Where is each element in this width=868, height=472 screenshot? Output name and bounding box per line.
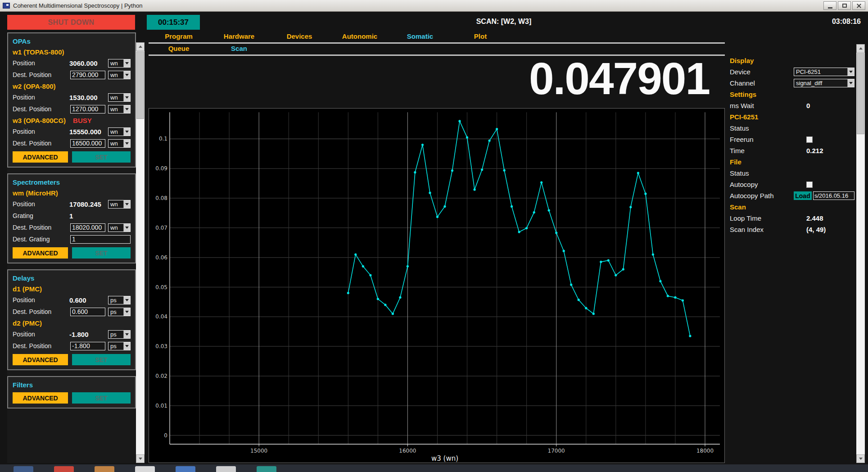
section-title: Filters [13,379,131,390]
units-select-value: wn [108,105,123,113]
tab-program[interactable]: Program [149,32,209,42]
close-button[interactable] [852,1,865,10]
units-select[interactable]: wn [108,93,131,102]
setting-row-scan-index: Scan Index(4, 49) [730,224,854,235]
setting-row-status: Status [730,168,854,179]
scroll-up-button[interactable] [856,44,865,53]
series-point [548,209,550,211]
units-select[interactable]: wn [108,105,131,113]
dest-position-input[interactable] [70,139,105,148]
set-button[interactable]: SET [72,354,131,365]
autocopy-checkbox[interactable] [806,182,813,188]
taskbar-icon-7[interactable] [257,466,276,472]
row-w2-opa-800-dest-position: Dest. Positionwn [13,103,131,115]
arrow-down-icon [859,458,863,460]
advanced-button[interactable]: ADVANCED [13,392,68,404]
units-select[interactable]: wn [108,59,131,68]
units-select[interactable]: wn [108,71,131,79]
scroll-up-button[interactable] [136,42,145,51]
chevron-down-icon [123,342,130,350]
setting-row-ms-wait: ms Wait0 [730,100,854,111]
minimize-button[interactable] [823,1,836,10]
row-label: Dest. Position [13,224,68,231]
tab-hardware[interactable]: Hardware [209,32,269,42]
subtab-queue[interactable]: Queue [149,45,209,54]
advanced-button[interactable]: ADVANCED [13,247,68,259]
device-header-w1-topas-800: w1 (TOPAS-800) [13,46,131,57]
device-select[interactable]: PCI-6251 [794,68,854,76]
units-select[interactable]: wn [108,139,131,148]
row-label: Dest. Position [13,105,68,113]
button-row: ADVANCEDSET [13,247,131,259]
row-value: 0.600 [69,296,105,304]
device-name: wm (MicroHR) [13,189,58,197]
setting-label: Status [730,169,794,177]
scrollbar-thumb[interactable] [857,53,864,134]
series-point [555,231,557,234]
units-select-value: wn [108,94,123,101]
set-button[interactable]: SET [72,392,131,404]
arrow-up-icon [139,45,142,48]
channel-select[interactable]: signal_diff [794,79,854,87]
scroll-down-button[interactable] [856,454,865,463]
tab-somatic[interactable]: Somatic [390,32,450,42]
freerun-checkbox[interactable] [806,136,813,143]
subtab-scan[interactable]: Scan [209,45,269,54]
units-select[interactable]: wn [108,127,131,136]
taskbar-icon-5[interactable] [176,466,195,472]
taskbar-icon-1[interactable] [14,466,33,472]
y-tick-label: 0.1 [159,136,167,142]
taskbar-icon-4[interactable] [135,466,155,472]
app-window: SHUT DOWN 00:15:37 SCAN: [W2, W3] 03:08:… [0,12,868,464]
tab-plot[interactable]: Plot [450,32,511,42]
series-point [652,253,654,255]
y-tick-label: 0 [164,432,167,439]
dest-grating-input[interactable] [70,235,131,244]
series-point [615,274,617,276]
units-select[interactable]: ps [108,330,131,339]
units-select[interactable]: ps [108,342,131,350]
y-tick-label: 0.02 [155,373,167,379]
series-point [481,168,483,171]
section-delays: Delaysd1 (PMC)Position0.600psDest. Posit… [7,269,136,370]
y-tick-label: 0.04 [155,313,167,320]
main-vertical-scrollbar[interactable] [136,42,145,463]
taskbar-icon-6[interactable] [216,466,236,472]
tab-autonomic[interactable]: Autonomic [330,32,390,42]
scroll-down-button[interactable] [136,454,145,463]
shutdown-button[interactable]: SHUT DOWN [7,15,135,30]
units-select-value: ps [108,342,123,350]
taskbar-icon-2[interactable] [54,466,74,472]
main-content: ProgramHardwareDevicesAutonomicSomaticPl… [149,32,725,463]
set-button[interactable]: SET [72,151,131,163]
section-spectrometers: Spectrometerswm (MicroHR)Position17080.2… [7,173,136,263]
row-value: 1530.000 [69,94,105,101]
autocopy-path-input[interactable] [813,191,854,200]
advanced-button[interactable]: ADVANCED [13,151,68,163]
right-vertical-scrollbar[interactable] [856,44,865,463]
units-select[interactable]: ps [108,308,131,316]
dest-position-input[interactable] [70,71,105,79]
maximize-button[interactable] [838,1,851,10]
tab-devices[interactable]: Devices [269,32,330,42]
dest-position-input[interactable] [70,105,105,113]
units-select[interactable]: wn [108,223,131,232]
session-timer: 00:15:37 [147,15,200,30]
dest-position-input[interactable] [70,308,105,316]
load-button[interactable]: Load [794,191,812,200]
row-w1-topas-800-dest-position: Dest. Positionwn [13,69,131,81]
dest-position-input[interactable] [70,223,105,232]
scrollbar-thumb[interactable] [136,51,144,119]
chevron-down-icon [123,105,130,113]
setting-row-loop-time: Loop Time2.448 [730,213,854,224]
chevron-down-icon [123,331,130,338]
advanced-button[interactable]: ADVANCED [13,354,68,365]
panel-header-pci-6251: PCI-6251 [730,111,854,123]
taskbar-icon-3[interactable] [95,466,114,472]
dest-position-input[interactable] [70,342,105,350]
set-button[interactable]: SET [72,247,131,259]
units-select[interactable]: ps [108,296,131,304]
units-select[interactable]: wn [108,200,131,209]
units-select-value: wn [108,200,123,208]
window-title: Coherent Multidimensional Spectroscopy |… [13,2,142,9]
